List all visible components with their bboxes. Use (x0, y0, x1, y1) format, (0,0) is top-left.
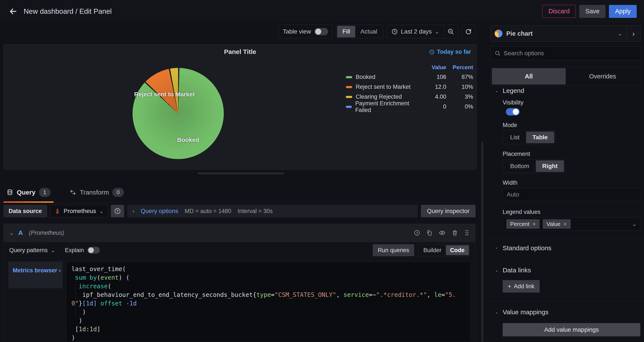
chip-value: Value × (543, 219, 571, 229)
code-line[interactable]: ) (72, 317, 470, 325)
time-hint-link[interactable]: Today so far (429, 48, 471, 55)
code-line[interactable]: sum by(event) ( (72, 274, 470, 282)
series-name[interactable]: Clearing Rejected (356, 93, 402, 100)
viz-expand-button[interactable]: › (626, 25, 640, 41)
apply-button[interactable]: Apply (609, 5, 637, 18)
query-patterns-label: Query patterns (9, 247, 48, 254)
series-name[interactable]: Payment Enrichment Failed (355, 100, 422, 113)
standard-options-header[interactable]: › Standard options (490, 244, 641, 252)
actual-option[interactable]: Actual (355, 26, 382, 37)
tab-overrides[interactable]: Overrides (566, 68, 640, 84)
width-input[interactable] (503, 188, 640, 201)
chevron-right-icon[interactable]: › (132, 208, 134, 215)
table-view-label: Table view (283, 28, 311, 35)
code-line[interactable]: increase( (72, 282, 470, 291)
transform-icon (70, 189, 76, 196)
fill-option[interactable]: Fill (337, 26, 355, 37)
legend-row[interactable]: Booked10687% (346, 72, 473, 82)
collapse-chevron-icon[interactable]: ⌄ (9, 230, 14, 236)
placement-label: Placement (503, 151, 530, 157)
code-line[interactable]: last_over_time( (72, 265, 470, 274)
tab-query[interactable]: Query 1 (4, 182, 54, 203)
code-line[interactable]: ipf_behaviour_end_to_end_latency_seconds… (72, 291, 470, 299)
series-name[interactable]: Reject sent to Market (356, 84, 410, 90)
explain-toggle[interactable] (87, 247, 100, 254)
help-icon[interactable]: ? (414, 230, 420, 236)
pie-chart-icon (495, 30, 502, 37)
table-view-toggle[interactable] (314, 28, 328, 35)
value-mappings-header[interactable]: ⌄ Value mappings (490, 309, 641, 316)
mode-list-option[interactable]: List (504, 132, 526, 143)
series-percent: 10% (446, 84, 473, 90)
query-options-bar: › Query options MD = auto = 1480 Interva… (127, 205, 418, 217)
add-value-mappings-button[interactable]: Add value mappings (503, 323, 640, 337)
series-color-swatch[interactable] (346, 106, 352, 108)
zoom-out-button[interactable] (444, 25, 458, 38)
eye-icon[interactable] (439, 229, 446, 236)
datasource-name: Prometheus (64, 208, 96, 215)
add-link-button[interactable]: + Add link (503, 280, 540, 293)
legend-col-percent[interactable]: Percent (446, 64, 473, 71)
data-links-title: Data links (503, 267, 531, 274)
legend-row[interactable]: Payment Enrichment Failed00% (346, 102, 473, 112)
main-area: Table view Fill Actual Last 2 days ⌄ (0, 22, 480, 342)
metrics-browser-button[interactable]: Metrics browser › (8, 262, 62, 288)
save-button[interactable]: Save (579, 5, 606, 18)
promql-code-editor[interactable]: last_over_time( sum by(event) ( increase… (66, 262, 470, 342)
chevron-down-icon: ⌄ (618, 30, 622, 37)
datasource-picker[interactable]: Prometheus ⌄ (50, 205, 108, 217)
legend-row[interactable]: Reject sent to Market12.010% (346, 82, 473, 92)
time-range-picker[interactable]: Last 2 days ⌄ (387, 25, 444, 38)
legend-values-select[interactable]: Percent × Value × ⌄ (503, 217, 640, 231)
code-area: Metrics browser › last_over_time( sum by… (8, 262, 470, 342)
code-line[interactable]: 0"}[1d] offset -1d (72, 299, 470, 308)
placement-right-option[interactable]: Right (536, 160, 564, 172)
code-line[interactable]: ) (72, 334, 470, 342)
trash-icon[interactable] (452, 230, 458, 236)
mode-table-option[interactable]: Table (526, 132, 554, 143)
pie-chart[interactable]: Reject sent to Market Booked (132, 68, 224, 159)
options-scrollbar[interactable] (481, 142, 483, 342)
close-icon[interactable]: × (563, 221, 566, 227)
query-patterns-dropdown[interactable]: Query patterns ⌄ (9, 247, 55, 254)
placement-bottom-option[interactable]: Bottom (504, 160, 536, 172)
query-row-header[interactable]: ⌄ A (Prometheus) ? (4, 224, 475, 242)
refresh-button[interactable] (461, 25, 476, 38)
drag-grip-icon[interactable] (464, 230, 470, 236)
query-inspector-button[interactable]: Query inspector (421, 205, 476, 217)
back-arrow-icon[interactable] (7, 5, 19, 17)
query-options-link[interactable]: Query options (141, 208, 178, 215)
panel-resize-handle[interactable] (198, 172, 284, 174)
builder-option[interactable]: Builder (419, 245, 446, 255)
tab-transform[interactable]: Transform 0 (66, 182, 127, 203)
series-color-swatch[interactable] (346, 96, 352, 98)
code-line[interactable]: [1d:1d] (72, 325, 470, 334)
series-value: 4.00 (422, 93, 446, 100)
series-value: 12.0 (422, 84, 446, 90)
legend-header-row: Value Percent (346, 62, 473, 72)
visibility-toggle[interactable] (506, 108, 520, 115)
viz-picker-main[interactable]: Pie chart ⌄ (491, 25, 626, 41)
duplicate-icon[interactable] (426, 230, 433, 236)
code-line[interactable]: ) (72, 308, 470, 317)
series-color-swatch[interactable] (346, 86, 352, 88)
series-name[interactable]: Booked (356, 74, 376, 80)
legend-section-title: Legend (503, 87, 524, 94)
page-title: New dashboard / Edit Panel (24, 7, 112, 15)
discard-button[interactable]: Discard (542, 5, 576, 18)
options-search (490, 46, 641, 60)
run-queries-button[interactable]: Run queries (373, 244, 414, 256)
prometheus-icon (54, 208, 61, 214)
query-ref-id: A (18, 229, 23, 237)
tab-all[interactable]: All (492, 68, 566, 84)
width-label: Width (503, 179, 518, 186)
legend-col-value[interactable]: Value (422, 64, 446, 71)
series-color-swatch[interactable] (346, 76, 352, 78)
code-option[interactable]: Code (446, 245, 469, 255)
datasource-help-button[interactable]: ? (111, 205, 124, 217)
options-search-input[interactable] (504, 50, 637, 57)
options-sidebar: Pie chart ⌄ › All Overrides ⌄ Legend Vis… (487, 22, 644, 342)
data-links-header[interactable]: ⌄ Data links (490, 267, 641, 274)
legend-section-header[interactable]: ⌄ Legend (490, 87, 641, 94)
close-icon[interactable]: × (532, 221, 536, 227)
